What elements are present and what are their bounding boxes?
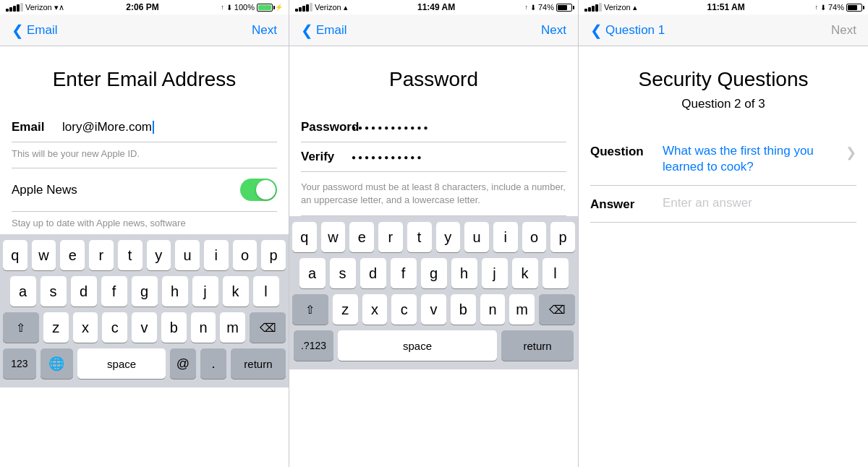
- wifi-icon: ▾∧: [54, 3, 64, 12]
- key-t[interactable]: t: [118, 240, 142, 270]
- key-s[interactable]: s: [41, 276, 67, 307]
- screen3-panel: Verizon ▴ 11:51 AM ↑ ⬇ 74% ❮ Question 1 …: [579, 0, 868, 467]
- next-button[interactable]: Next: [541, 23, 566, 38]
- answer-row: Answer Enter an answer: [590, 186, 856, 223]
- screen2-content: Password Password ●●●●●●●●●●●● Verify ●●…: [289, 46, 578, 467]
- key-space[interactable]: space: [338, 330, 497, 361]
- key-globe[interactable]: 🌐: [41, 348, 74, 379]
- back-label[interactable]: Email: [27, 23, 58, 38]
- screen1-keyboard: q w e r t y u i o p a s d f g h j k l: [0, 234, 289, 387]
- key-z[interactable]: z: [43, 312, 69, 343]
- key-i[interactable]: i: [204, 240, 229, 270]
- chevron-right-icon: ❯: [846, 143, 856, 160]
- key-v[interactable]: v: [421, 294, 446, 325]
- status-right: ↑ ⬇ 74%: [814, 3, 862, 12]
- email-value[interactable]: lory@iMore.com: [62, 120, 277, 134]
- key-c[interactable]: c: [391, 294, 417, 325]
- back-button[interactable]: ❮ Email: [12, 22, 58, 39]
- back-button[interactable]: ❮ Question 1: [590, 22, 665, 39]
- key-at[interactable]: @: [170, 348, 196, 379]
- password-value[interactable]: ●●●●●●●●●●●●: [352, 124, 566, 132]
- key-b[interactable]: b: [161, 312, 187, 343]
- key-q[interactable]: q: [3, 240, 27, 270]
- key-x[interactable]: x: [73, 312, 98, 343]
- shift-key[interactable]: ⇧: [292, 294, 328, 325]
- key-x[interactable]: x: [362, 294, 388, 325]
- email-hint: This will be your new Apple ID.: [12, 142, 277, 168]
- key-r[interactable]: r: [89, 240, 114, 270]
- keyboard-row-4: 123 🌐 space @ . return: [3, 348, 286, 379]
- email-form-row: Email lory@iMore.com: [12, 113, 277, 142]
- next-button[interactable]: Next: [252, 23, 277, 38]
- key-b[interactable]: b: [451, 294, 476, 325]
- battery-icon: [556, 4, 572, 12]
- key-w[interactable]: w: [321, 222, 346, 252]
- key-n[interactable]: n: [480, 294, 506, 325]
- key-t[interactable]: t: [407, 222, 432, 252]
- toggle-switch[interactable]: [240, 179, 277, 201]
- key-symbols[interactable]: .?123: [294, 330, 333, 361]
- verify-value[interactable]: ●●●●●●●●●●●: [352, 153, 566, 161]
- key-y[interactable]: y: [436, 222, 461, 252]
- time-label: 2:06 PM: [126, 2, 158, 12]
- delete-key[interactable]: ⌫: [539, 294, 575, 325]
- key-s[interactable]: s: [330, 258, 356, 288]
- key-l[interactable]: l: [542, 258, 569, 288]
- key-l[interactable]: l: [253, 276, 279, 307]
- key-j[interactable]: j: [192, 276, 218, 307]
- signal-icon: [6, 3, 23, 12]
- key-k[interactable]: k: [223, 276, 249, 307]
- key-123[interactable]: 123: [3, 348, 36, 379]
- back-label[interactable]: Question 1: [605, 23, 665, 38]
- shift-key[interactable]: ⇧: [3, 312, 39, 343]
- key-h[interactable]: h: [162, 276, 188, 307]
- back-arrow-icon: ❮: [301, 22, 313, 39]
- key-y[interactable]: y: [147, 240, 171, 270]
- key-r[interactable]: r: [378, 222, 403, 252]
- key-a[interactable]: a: [10, 276, 36, 307]
- key-return[interactable]: return: [501, 330, 574, 361]
- keyboard-row-3: ⇧ z x c v b n m ⌫: [3, 312, 286, 343]
- key-j[interactable]: j: [482, 258, 508, 288]
- key-q[interactable]: q: [292, 222, 317, 252]
- answer-input[interactable]: Enter an answer: [663, 196, 856, 210]
- delete-key[interactable]: ⌫: [250, 312, 286, 343]
- key-p[interactable]: p: [550, 222, 575, 252]
- key-f[interactable]: f: [101, 276, 127, 307]
- key-w[interactable]: w: [32, 240, 56, 270]
- key-d[interactable]: d: [360, 258, 386, 288]
- key-return[interactable]: return: [231, 348, 286, 379]
- key-dot[interactable]: .: [200, 348, 226, 379]
- key-n[interactable]: n: [191, 312, 216, 343]
- key-o[interactable]: o: [233, 240, 258, 270]
- back-arrow-icon: ❮: [12, 22, 24, 39]
- key-z[interactable]: z: [333, 294, 358, 325]
- key-e[interactable]: e: [60, 240, 85, 270]
- password-form-row: Password ●●●●●●●●●●●●: [301, 113, 566, 142]
- key-f[interactable]: f: [391, 258, 417, 288]
- key-v[interactable]: v: [132, 312, 157, 343]
- bt-icon: ⬇: [530, 4, 536, 12]
- key-u[interactable]: u: [175, 240, 200, 270]
- carrier-label: Verizon: [25, 3, 52, 12]
- key-a[interactable]: a: [299, 258, 326, 288]
- key-p[interactable]: p: [261, 240, 286, 270]
- key-i[interactable]: i: [493, 222, 518, 252]
- key-space[interactable]: space: [77, 348, 166, 379]
- key-m[interactable]: m: [509, 294, 535, 325]
- key-m[interactable]: m: [220, 312, 245, 343]
- key-o[interactable]: o: [522, 222, 547, 252]
- key-k[interactable]: k: [512, 258, 538, 288]
- key-e[interactable]: e: [349, 222, 374, 252]
- battery-icon: [846, 4, 862, 12]
- key-u[interactable]: u: [464, 222, 489, 252]
- key-d[interactable]: d: [71, 276, 97, 307]
- next-button[interactable]: Next: [831, 23, 856, 38]
- back-label[interactable]: Email: [316, 23, 347, 38]
- key-c[interactable]: c: [102, 312, 127, 343]
- question-value[interactable]: What was the first thing you learned to …: [663, 143, 840, 175]
- key-g[interactable]: g: [421, 258, 447, 288]
- key-h[interactable]: h: [451, 258, 477, 288]
- back-button[interactable]: ❮ Email: [301, 22, 347, 39]
- key-g[interactable]: g: [132, 276, 158, 307]
